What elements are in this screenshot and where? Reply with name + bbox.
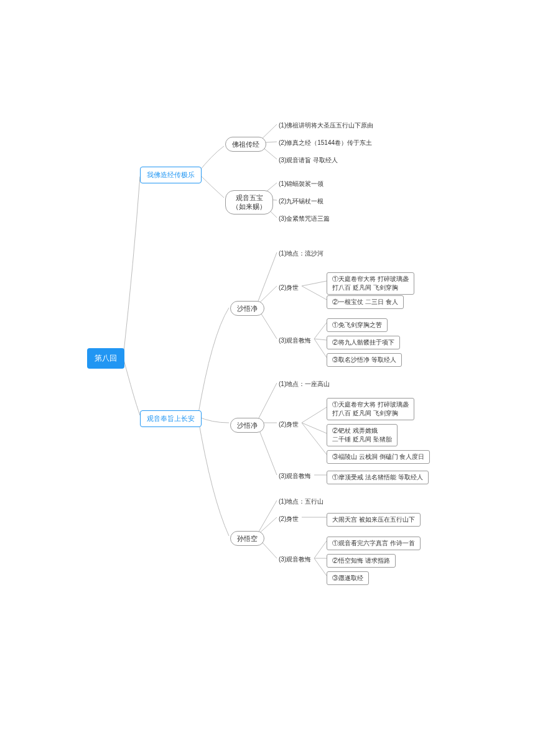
b1-n1-i3: (3)观音请旨 寻取经人 (279, 156, 338, 165)
branch1-title[interactable]: 我佛造经传极乐 (140, 167, 202, 183)
c1-name[interactable]: 沙悟净 (230, 301, 264, 316)
c1-gy-i1: ①免飞剑穿胸之苦 (327, 318, 388, 332)
c2-bg-i2: ②钯杖 戏弄嫦娥 二千锤 贬凡间 坠猪胎 (327, 424, 398, 446)
c1-bg-i1: ①天庭卷帘大将 打碎玻璃盏 打八百 贬凡间 飞剑穿胸 (327, 272, 414, 295)
c2-bg-i3: ③福陵山 云栈洞 倒磕门 食人度日 (327, 450, 430, 464)
b1-n2-i2: (2)九环锡杖一根 (279, 197, 323, 206)
c2-gy-i1: ①摩顶受戒 法名猪悟能 等取经人 (327, 471, 429, 484)
c3-bg-label: (2)身世 (279, 515, 299, 523)
c3-name[interactable]: 孙悟空 (230, 531, 264, 546)
c1-bg-label: (2)身世 (279, 284, 299, 292)
c1-gy-i3: ③取名沙悟净 等取经人 (327, 353, 402, 367)
b1-n2-label[interactable]: 观音五宝 （如来赐） (225, 190, 273, 214)
c3-gy-i2: ②悟空知悔 请求指路 (327, 554, 396, 568)
c1-gy-label: (3)观音教悔 (279, 336, 311, 345)
b1-n1-i1: (1)佛祖讲明将大圣压五行山下原由 (279, 121, 373, 130)
c1-gy-i2: ②将九人骷髅挂于项下 (327, 336, 400, 349)
c2-loc: (1)地点：一座高山 (279, 380, 330, 389)
c2-name[interactable]: 沙悟净 (230, 418, 264, 433)
c3-bg-i1: 大闹天宫 被如来压在五行山下 (327, 513, 421, 527)
c3-gy-i1: ①观音看完六字真言 作诗一首 (327, 537, 421, 550)
c2-bg-i1: ①天庭卷帘大将 打碎玻璃盏 打八百 贬凡间 飞剑穿胸 (327, 398, 414, 420)
root-node[interactable]: 第八回 (87, 348, 124, 369)
b1-n2-i1: (1)锦蝠袈裟一领 (279, 180, 323, 188)
c3-gy-label: (3)观音教悔 (279, 555, 311, 564)
c1-loc: (1)地点：流沙河 (279, 249, 323, 258)
c2-bg-label: (2)身世 (279, 420, 299, 429)
b1-n1-i2: (2)修真之经（15144卷）传于东土 (279, 139, 372, 147)
c2-gy-label: (3)观音教悔 (279, 472, 311, 481)
b1-n2-i3: (3)金紧禁咒语三篇 (279, 214, 330, 223)
c1-bg-i2: ②一根宝仗 二三日 食人 (327, 295, 404, 309)
branch2-title[interactable]: 观音奉旨上长安 (140, 410, 202, 427)
connectors-svg (0, 0, 535, 756)
c3-loc: (1)地点：五行山 (279, 497, 323, 506)
c3-gy-i3: ③愿遂取经 (327, 571, 369, 585)
b1-n1-label[interactable]: 佛祖传经 (225, 137, 266, 152)
